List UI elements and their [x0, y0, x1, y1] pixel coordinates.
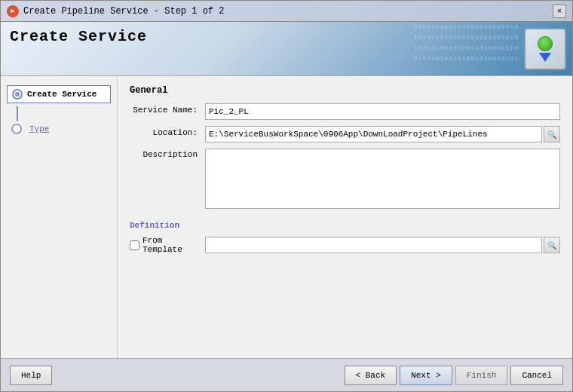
- location-input[interactable]: [205, 126, 542, 142]
- description-label: Description: [130, 149, 205, 159]
- location-row: Location: 🔍: [130, 126, 560, 142]
- app-icon: ▶: [7, 5, 19, 17]
- description-row: Description: [130, 149, 560, 209]
- template-browse-button[interactable]: 🔍: [544, 237, 560, 253]
- from-template-row: From Template 🔍: [130, 236, 560, 254]
- sidebar-item-type-row: Type: [7, 123, 111, 135]
- template-input[interactable]: [205, 237, 542, 253]
- window-title: Create Pipeline Service - Step 1 of 2: [23, 6, 553, 17]
- description-input[interactable]: [205, 149, 560, 209]
- main-content: Create Service Type General Service Name…: [1, 76, 572, 358]
- help-button[interactable]: Help: [10, 366, 52, 385]
- template-input-group: 🔍: [205, 237, 560, 253]
- location-browse-icon: 🔍: [547, 130, 556, 139]
- header-decoration: 010010110101001011010010100 101001010110…: [414, 22, 519, 76]
- service-icon-arrow: [539, 53, 551, 62]
- sidebar-label-create-service: Create Service: [27, 90, 97, 99]
- cancel-button[interactable]: Cancel: [510, 366, 563, 385]
- from-template-label: From Template: [142, 236, 198, 254]
- next-button[interactable]: Next >: [400, 366, 452, 385]
- title-bar: ▶ Create Pipeline Service - Step 1 of 2 …: [1, 1, 572, 22]
- service-name-input[interactable]: [205, 103, 560, 120]
- service-name-label: Service Name:: [130, 103, 205, 115]
- sidebar-item-create-service[interactable]: Create Service: [7, 85, 111, 103]
- location-browse-button[interactable]: 🔍: [544, 126, 560, 142]
- step1-indicator: [12, 89, 23, 100]
- back-button[interactable]: < Back: [345, 366, 397, 385]
- definition-section-title: Definition: [130, 221, 560, 230]
- dialog-window: ▶ Create Pipeline Service - Step 1 of 2 …: [0, 0, 573, 392]
- step1-dot: [15, 92, 20, 96]
- template-browse-icon: 🔍: [547, 241, 556, 250]
- step-connector: [17, 106, 18, 121]
- service-icon-circle: [538, 36, 553, 51]
- location-label: Location:: [130, 126, 205, 137]
- page-title: Create Service: [10, 28, 147, 45]
- header-icon-box: [524, 28, 566, 70]
- finish-button[interactable]: Finish: [455, 366, 508, 385]
- form-panel: General Service Name: Location: 🔍 Descri…: [118, 76, 572, 358]
- sidebar: Create Service Type: [1, 76, 118, 358]
- step2-indicator: [11, 124, 22, 134]
- from-template-checkbox[interactable]: [130, 240, 139, 250]
- location-input-group: 🔍: [205, 126, 560, 142]
- service-name-row: Service Name:: [130, 103, 560, 120]
- header-area: Create Service 0100101101010010110100101…: [1, 22, 572, 76]
- general-section-title: General: [130, 85, 560, 96]
- sidebar-item-type[interactable]: Type: [26, 123, 54, 135]
- definition-section: Definition From Template 🔍: [130, 221, 560, 254]
- from-template-label-group: From Template: [130, 236, 205, 254]
- navigation-buttons: < Back Next > Finish Cancel: [345, 366, 563, 385]
- button-bar: Help < Back Next > Finish Cancel: [1, 358, 572, 391]
- close-button[interactable]: ×: [553, 5, 566, 18]
